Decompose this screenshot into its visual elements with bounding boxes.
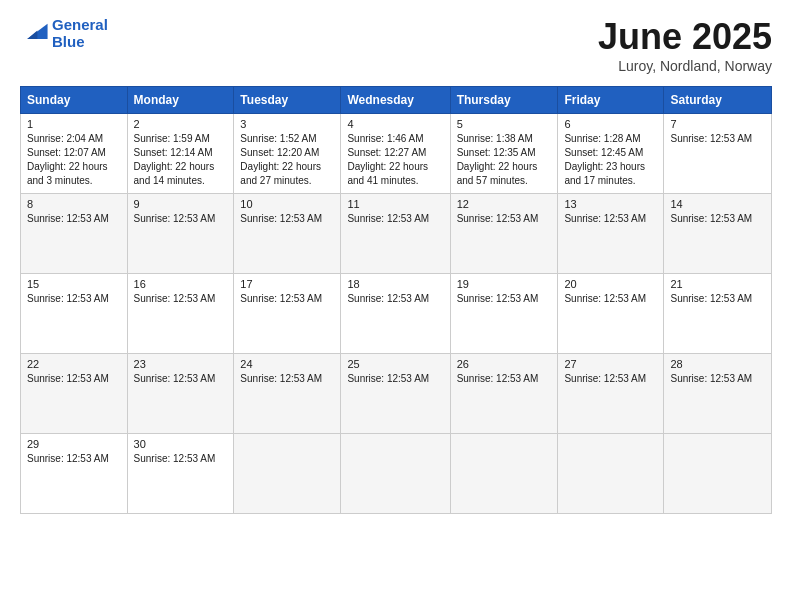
calendar-cell: 30Sunrise: 12:53 AM (127, 434, 234, 514)
calendar-cell (664, 434, 772, 514)
calendar-cell: 4Sunrise: 1:46 AM Sunset: 12:27 AM Dayli… (341, 114, 450, 194)
calendar-cell: 18Sunrise: 12:53 AM (341, 274, 450, 354)
weekday-header: Sunday (21, 87, 128, 114)
day-number: 30 (134, 438, 228, 450)
day-info: Sunrise: 12:53 AM (240, 292, 334, 306)
day-info: Sunrise: 1:38 AM Sunset: 12:35 AM Daylig… (457, 132, 552, 188)
calendar-cell (234, 434, 341, 514)
calendar-cell: 12Sunrise: 12:53 AM (450, 194, 558, 274)
day-number: 8 (27, 198, 121, 210)
day-info: Sunrise: 12:53 AM (27, 212, 121, 226)
day-info: Sunrise: 12:53 AM (27, 292, 121, 306)
logo-line1: General (52, 16, 108, 33)
calendar-cell: 10Sunrise: 12:53 AM (234, 194, 341, 274)
day-number: 11 (347, 198, 443, 210)
day-number: 27 (564, 358, 657, 370)
logo-line2: Blue (52, 33, 108, 50)
calendar: SundayMondayTuesdayWednesdayThursdayFrid… (20, 86, 772, 514)
calendar-cell: 14Sunrise: 12:53 AM (664, 194, 772, 274)
calendar-week-row: 22Sunrise: 12:53 AM23Sunrise: 12:53 AM24… (21, 354, 772, 434)
day-info: Sunrise: 12:53 AM (670, 132, 765, 146)
calendar-cell: 8Sunrise: 12:53 AM (21, 194, 128, 274)
calendar-cell (450, 434, 558, 514)
day-number: 3 (240, 118, 334, 130)
calendar-cell: 16Sunrise: 12:53 AM (127, 274, 234, 354)
day-info: Sunrise: 12:53 AM (240, 372, 334, 386)
calendar-week-row: 15Sunrise: 12:53 AM16Sunrise: 12:53 AM17… (21, 274, 772, 354)
calendar-week-row: 29Sunrise: 12:53 AM30Sunrise: 12:53 AM (21, 434, 772, 514)
weekday-header-row: SundayMondayTuesdayWednesdayThursdayFrid… (21, 87, 772, 114)
calendar-cell: 26Sunrise: 12:53 AM (450, 354, 558, 434)
day-info: Sunrise: 12:53 AM (134, 292, 228, 306)
day-info: Sunrise: 2:04 AM Sunset: 12:07 AM Daylig… (27, 132, 121, 188)
day-number: 23 (134, 358, 228, 370)
calendar-cell: 29Sunrise: 12:53 AM (21, 434, 128, 514)
calendar-cell (341, 434, 450, 514)
calendar-cell: 27Sunrise: 12:53 AM (558, 354, 664, 434)
month-title: June 2025 (598, 16, 772, 58)
day-info: Sunrise: 12:53 AM (27, 452, 121, 466)
day-info: Sunrise: 12:53 AM (670, 212, 765, 226)
day-info: Sunrise: 1:59 AM Sunset: 12:14 AM Daylig… (134, 132, 228, 188)
day-number: 15 (27, 278, 121, 290)
day-info: Sunrise: 12:53 AM (564, 292, 657, 306)
calendar-cell: 11Sunrise: 12:53 AM (341, 194, 450, 274)
day-info: Sunrise: 12:53 AM (564, 372, 657, 386)
calendar-cell: 6Sunrise: 1:28 AM Sunset: 12:45 AM Dayli… (558, 114, 664, 194)
day-info: Sunrise: 12:53 AM (347, 372, 443, 386)
calendar-cell: 22Sunrise: 12:53 AM (21, 354, 128, 434)
day-number: 26 (457, 358, 552, 370)
day-info: Sunrise: 12:53 AM (347, 292, 443, 306)
day-info: Sunrise: 12:53 AM (134, 212, 228, 226)
weekday-header: Saturday (664, 87, 772, 114)
weekday-header: Friday (558, 87, 664, 114)
calendar-cell: 17Sunrise: 12:53 AM (234, 274, 341, 354)
day-info: Sunrise: 12:53 AM (27, 372, 121, 386)
day-number: 16 (134, 278, 228, 290)
day-number: 9 (134, 198, 228, 210)
day-number: 12 (457, 198, 552, 210)
day-number: 6 (564, 118, 657, 130)
calendar-cell: 19Sunrise: 12:53 AM (450, 274, 558, 354)
day-info: Sunrise: 12:53 AM (347, 212, 443, 226)
calendar-cell: 28Sunrise: 12:53 AM (664, 354, 772, 434)
calendar-cell: 3Sunrise: 1:52 AM Sunset: 12:20 AM Dayli… (234, 114, 341, 194)
calendar-cell: 9Sunrise: 12:53 AM (127, 194, 234, 274)
calendar-cell: 24Sunrise: 12:53 AM (234, 354, 341, 434)
day-info: Sunrise: 1:52 AM Sunset: 12:20 AM Daylig… (240, 132, 334, 188)
day-number: 18 (347, 278, 443, 290)
day-number: 10 (240, 198, 334, 210)
weekday-header: Thursday (450, 87, 558, 114)
day-info: Sunrise: 12:53 AM (134, 372, 228, 386)
day-info: Sunrise: 12:53 AM (134, 452, 228, 466)
day-info: Sunrise: 12:53 AM (670, 372, 765, 386)
day-number: 2 (134, 118, 228, 130)
calendar-cell: 20Sunrise: 12:53 AM (558, 274, 664, 354)
day-info: Sunrise: 12:53 AM (670, 292, 765, 306)
day-number: 14 (670, 198, 765, 210)
calendar-cell: 23Sunrise: 12:53 AM (127, 354, 234, 434)
day-number: 5 (457, 118, 552, 130)
day-info: Sunrise: 1:28 AM Sunset: 12:45 AM Daylig… (564, 132, 657, 188)
location: Luroy, Nordland, Norway (598, 58, 772, 74)
day-number: 21 (670, 278, 765, 290)
weekday-header: Monday (127, 87, 234, 114)
svg-marker-1 (27, 31, 37, 39)
day-number: 4 (347, 118, 443, 130)
day-number: 28 (670, 358, 765, 370)
day-number: 24 (240, 358, 334, 370)
calendar-week-row: 1Sunrise: 2:04 AM Sunset: 12:07 AM Dayli… (21, 114, 772, 194)
day-number: 13 (564, 198, 657, 210)
day-info: Sunrise: 12:53 AM (457, 292, 552, 306)
calendar-week-row: 8Sunrise: 12:53 AM9Sunrise: 12:53 AM10Su… (21, 194, 772, 274)
calendar-cell: 13Sunrise: 12:53 AM (558, 194, 664, 274)
day-info: Sunrise: 1:46 AM Sunset: 12:27 AM Daylig… (347, 132, 443, 188)
calendar-cell: 15Sunrise: 12:53 AM (21, 274, 128, 354)
calendar-cell: 25Sunrise: 12:53 AM (341, 354, 450, 434)
title-area: June 2025 Luroy, Nordland, Norway (598, 16, 772, 74)
day-info: Sunrise: 12:53 AM (457, 372, 552, 386)
day-number: 22 (27, 358, 121, 370)
day-info: Sunrise: 12:53 AM (564, 212, 657, 226)
day-number: 1 (27, 118, 121, 130)
logo-icon (20, 22, 48, 44)
